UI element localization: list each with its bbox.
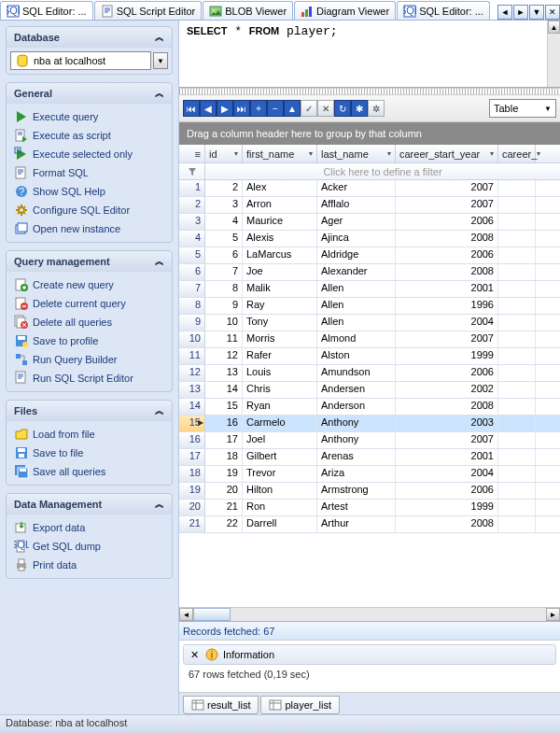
cell-id[interactable]: 7 [205,264,243,280]
cell-id[interactable]: 5 [205,231,243,247]
sidebar-item-delete-current-query[interactable]: Delete current query [10,294,168,313]
cell-first_name[interactable]: Rafer [243,348,317,364]
cell-id[interactable]: 14 [205,382,243,398]
sidebar-item-delete-all-queries[interactable]: Delete all queries [10,313,168,331]
cell-first_name[interactable]: Tony [243,315,317,331]
refresh-button[interactable]: ↻ [334,100,351,117]
cell-last_name[interactable]: Ager [317,214,396,230]
cell-career_[interactable] [498,281,536,297]
panel-header-query[interactable]: Query management︽ [7,251,172,272]
table-row[interactable]: 2021RonArtest1999 [179,500,560,516]
cell-career_[interactable] [498,247,536,263]
cell-first_name[interactable]: Arron [243,197,317,213]
cell-last_name[interactable]: Artest [317,500,396,515]
cell-last_name[interactable]: Anderson [317,399,396,415]
splitter[interactable] [179,88,560,95]
panel-header-datamgmt[interactable]: Data Management︽ [7,494,172,515]
cell-career_[interactable] [498,365,536,381]
sql-editor-area[interactable]: SELECT * FROM player; ▲ [179,21,560,88]
cell-first_name[interactable]: Alex [243,180,317,196]
cell-career_[interactable] [498,500,536,515]
row-number-header[interactable]: ≡ [179,145,205,162]
cell-career_[interactable] [498,231,536,247]
cell-last_name[interactable]: Anthony [317,416,396,431]
table-row[interactable]: 910TonyAllen2004 [179,315,560,331]
table-row[interactable]: 45AlexisAjinca2008 [179,231,560,247]
options-button[interactable]: ✲ [368,100,385,117]
cell-career_start_year[interactable]: 2006 [396,214,498,230]
insert-record-button[interactable]: ＋ [250,100,267,117]
tabs-scroll-right[interactable]: ► [513,5,528,20]
cell-career_start_year[interactable]: 2003 [396,416,498,431]
cell-id[interactable]: 3 [205,197,243,213]
cell-career_[interactable] [498,516,536,532]
cell-last_name[interactable]: Alexander [317,264,396,280]
cell-last_name[interactable]: Anthony [317,432,396,448]
table-row[interactable]: 2122DarrellArthur2008 [179,516,560,533]
cell-id[interactable]: 12 [205,348,243,364]
sidebar-item-save-to-file[interactable]: Save to file [10,444,168,462]
cell-last_name[interactable]: Ariza [317,466,396,482]
column-filter-dropdown[interactable]: ▾ [490,149,494,158]
cell-career_start_year[interactable]: 2006 [396,247,498,263]
sidebar-item-open-new-instance[interactable]: Open new instance [10,219,168,238]
cell-first_name[interactable]: Ryan [243,399,317,415]
panel-header-files[interactable]: Files︽ [7,401,172,421]
column-header-last_name[interactable]: last_name▾ [317,145,396,162]
cell-id[interactable]: 2 [205,180,243,196]
cancel-edit-button[interactable]: ✕ [317,100,334,117]
result-tab-result-list[interactable]: result_list [183,696,259,714]
cell-id[interactable]: 4 [205,214,243,230]
cell-first_name[interactable]: Chris [243,382,317,398]
column-filter-dropdown[interactable]: ▾ [537,149,540,158]
cell-id[interactable]: 20 [205,483,243,499]
sidebar-item-format-sql[interactable]: Format SQL [10,163,168,182]
table-row[interactable]: 1415RyanAnderson2008 [179,399,560,416]
cell-career_start_year[interactable]: 2004 [396,315,498,331]
delete-record-button[interactable]: − [267,100,284,117]
cell-last_name[interactable]: Amundson [317,365,396,381]
cell-last_name[interactable]: Acker [317,180,396,196]
cell-career_start_year[interactable]: 2007 [396,331,498,347]
sidebar-item-export-data[interactable]: Export data [10,518,168,537]
cell-id[interactable]: 6 [205,247,243,263]
cell-career_start_year[interactable]: 1999 [396,348,498,364]
tabs-dropdown[interactable]: ▼ [529,5,544,20]
cell-first_name[interactable]: Carmelo [243,416,317,431]
sidebar-item-execute-query[interactable]: Execute query [10,107,168,126]
cell-first_name[interactable]: Ray [243,298,317,314]
cell-id[interactable]: 15 [205,399,243,415]
nav-first-button[interactable]: ⏮ [183,100,200,117]
column-filter-dropdown[interactable]: ▾ [234,149,238,158]
cell-career_start_year[interactable]: 2001 [396,281,498,297]
column-header-id[interactable]: id▾ [205,145,243,162]
cell-id[interactable]: 9 [205,298,243,314]
cell-career_[interactable] [498,348,536,364]
tab-sql-editor-1[interactable]: SQLSQL Editor: ... [0,1,93,20]
table-row[interactable]: 1617JoelAnthony2007 [179,432,560,449]
tab-blob-viewer[interactable]: BLOB Viewer [203,1,293,20]
cell-last_name[interactable]: Allen [317,315,396,331]
cell-last_name[interactable]: Aldridge [317,247,396,263]
database-select-box[interactable]: nba at localhost [10,51,151,70]
cell-career_[interactable] [498,416,536,431]
cell-first_name[interactable]: Louis [243,365,317,381]
sidebar-item-run-sql-script-editor[interactable]: Run SQL Script Editor [10,369,168,388]
edit-record-button[interactable]: ▲ [284,100,301,117]
tab-close[interactable]: ✕ [545,5,560,20]
tabs-scroll-left[interactable]: ◄ [497,5,512,20]
table-row[interactable]: 56LaMarcusAldridge2006 [179,247,560,264]
sidebar-item-run-query-builder[interactable]: Run Query Builder [10,350,168,369]
cell-career_start_year[interactable]: 1999 [396,500,498,515]
table-row[interactable]: 12AlexAcker2007 [179,180,560,197]
cell-first_name[interactable]: Joel [243,432,317,448]
table-row[interactable]: 1920HiltonArmstrong2006 [179,483,560,500]
filter-row[interactable]: Click here to define a filter [179,163,560,180]
cell-career_start_year[interactable]: 2004 [396,466,498,482]
cell-first_name[interactable]: Trevor [243,466,317,482]
table-row[interactable]: 67JoeAlexander2008 [179,264,560,281]
cell-career_start_year[interactable]: 2008 [396,264,498,280]
cell-first_name[interactable]: Malik [243,281,317,297]
database-dropdown-button[interactable]: ▼ [153,52,168,69]
cell-id[interactable]: 21 [205,500,243,515]
